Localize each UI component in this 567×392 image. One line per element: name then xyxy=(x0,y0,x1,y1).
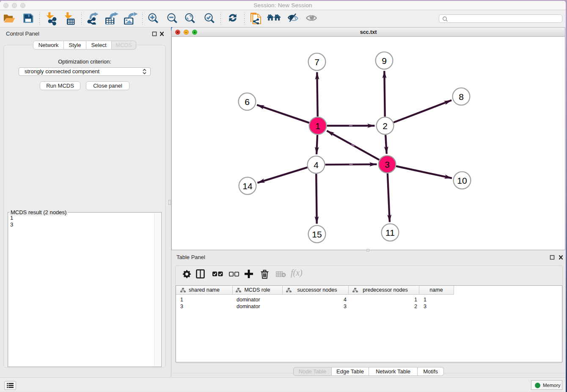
svg-text:10: 10 xyxy=(457,176,467,185)
svg-text:3: 3 xyxy=(385,160,390,169)
svg-text:14: 14 xyxy=(242,181,253,191)
svg-text:8: 8 xyxy=(459,92,464,102)
svg-text:6: 6 xyxy=(245,97,250,107)
svg-text:1: 1 xyxy=(315,121,320,131)
svg-text:7: 7 xyxy=(314,57,319,67)
svg-text:4: 4 xyxy=(314,160,319,170)
svg-text:15: 15 xyxy=(312,229,322,239)
svg-text:2: 2 xyxy=(383,121,388,131)
svg-text:11: 11 xyxy=(385,228,395,237)
svg-text:9: 9 xyxy=(382,56,387,66)
